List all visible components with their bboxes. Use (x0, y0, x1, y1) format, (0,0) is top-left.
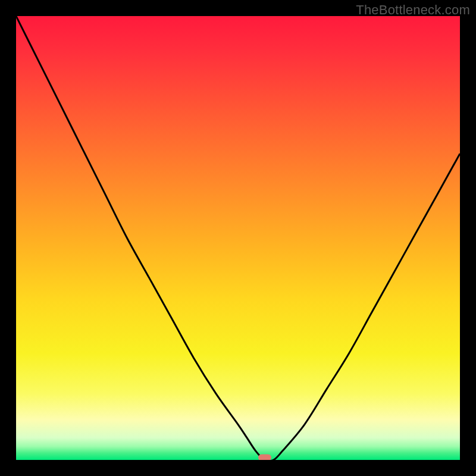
curve-path (16, 16, 460, 460)
plot-area (16, 16, 460, 460)
watermark-text: TheBottleneck.com (356, 2, 470, 18)
bottleneck-curve (16, 16, 460, 460)
minimum-marker (258, 455, 271, 461)
chart-frame: TheBottleneck.com (0, 0, 476, 476)
